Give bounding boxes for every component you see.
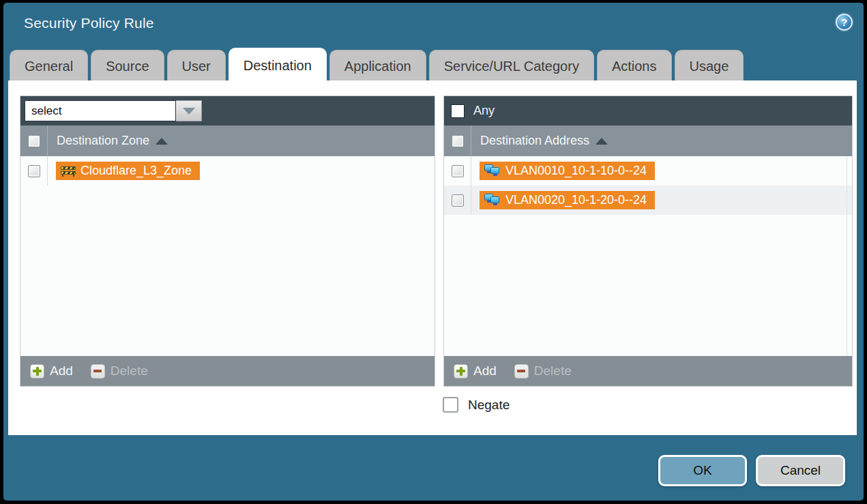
ok-button[interactable]: OK xyxy=(658,455,747,486)
row-checkbox[interactable] xyxy=(28,165,40,177)
tab-actions[interactable]: Actions xyxy=(597,50,672,83)
negate-label: Negate xyxy=(468,398,510,413)
help-icon[interactable]: ? xyxy=(836,14,853,31)
sort-ascending-icon[interactable] xyxy=(596,138,608,145)
tab-service-url-category[interactable]: Service/URL Category xyxy=(429,50,594,83)
add-address-button[interactable]: Add xyxy=(454,364,497,379)
zone-select-all-checkbox[interactable] xyxy=(28,135,40,147)
plus-icon xyxy=(454,364,468,379)
tab-usage[interactable]: Usage xyxy=(675,50,744,83)
chevron-down-icon xyxy=(183,108,195,115)
scrollbar-track[interactable] xyxy=(847,156,847,356)
add-zone-button[interactable]: Add xyxy=(30,364,73,379)
delete-address-label: Delete xyxy=(534,364,572,379)
add-zone-label: Add xyxy=(50,364,73,379)
table-row: Cloudflare_L3_Zone xyxy=(20,156,435,186)
dialog-title: Security Policy Rule xyxy=(24,15,154,31)
any-checkbox[interactable] xyxy=(451,104,465,118)
table-row: VLAN0020_10-1-20-0--24 xyxy=(444,186,852,215)
row-checkbox[interactable] xyxy=(452,194,464,207)
address-entry-label: VLAN0020_10-1-20-0--24 xyxy=(505,193,647,207)
address-panel-footer: Add Delete xyxy=(444,356,852,386)
zone-panel-footer: Add Delete xyxy=(20,356,435,386)
zone-entry-cloudflare-l3-zone[interactable]: Cloudflare_L3_Zone xyxy=(56,162,200,180)
zone-icon xyxy=(61,166,76,177)
table-row: VLAN0010_10-1-10-0--24 xyxy=(444,156,852,186)
row-checkbox-cell xyxy=(444,156,471,186)
zone-column-title[interactable]: Destination Zone xyxy=(57,134,149,148)
add-address-label: Add xyxy=(473,364,497,379)
zone-panel-toolbar: select xyxy=(20,96,435,125)
delete-zone-button[interactable]: Delete xyxy=(91,364,148,379)
zone-entry-label: Cloudflare_L3_Zone xyxy=(80,164,192,178)
row-checkbox[interactable] xyxy=(452,165,464,177)
zone-select-input[interactable]: select xyxy=(25,100,176,121)
cancel-button[interactable]: Cancel xyxy=(756,455,845,486)
destination-address-panel: Any Destination Address xyxy=(443,95,853,387)
address-rows: VLAN0010_10-1-10-0--24 VLAN0020_10-1-20-… xyxy=(444,156,852,356)
zone-select-all-cell xyxy=(20,125,48,156)
delete-address-button[interactable]: Delete xyxy=(514,364,572,379)
address-entry-vlan0020[interactable]: VLAN0020_10-1-20-0--24 xyxy=(480,191,655,209)
address-select-all-checkbox[interactable] xyxy=(452,135,464,147)
tab-destination[interactable]: Destination xyxy=(229,48,327,83)
address-column-header: Destination Address xyxy=(444,125,852,156)
address-select-all-cell xyxy=(444,125,471,156)
tab-source[interactable]: Source xyxy=(91,50,164,83)
minus-icon xyxy=(91,364,105,379)
address-panel-toolbar: Any xyxy=(444,96,852,125)
negate-checkbox[interactable] xyxy=(443,397,458,413)
negate-control: Negate xyxy=(443,397,510,413)
any-label: Any xyxy=(473,104,495,118)
destination-tab-content: select Destination Zone xyxy=(8,80,857,435)
destination-zone-panel: select Destination Zone xyxy=(20,95,435,387)
security-policy-rule-dialog: Security Policy Rule ? General Source Us… xyxy=(3,3,864,501)
address-entry-label: VLAN0010_10-1-10-0--24 xyxy=(505,164,647,178)
sort-ascending-icon[interactable] xyxy=(156,138,168,145)
tab-general[interactable]: General xyxy=(10,50,88,83)
row-checkbox-cell xyxy=(20,156,48,186)
tab-bar: General Source User Destination Applicat… xyxy=(10,48,744,83)
plus-icon xyxy=(30,364,44,379)
row-checkbox-cell xyxy=(444,186,471,215)
network-icon xyxy=(484,164,501,177)
zone-select-combobox: select xyxy=(25,100,202,121)
tab-user[interactable]: User xyxy=(167,50,226,83)
network-icon xyxy=(484,194,501,207)
zone-column-header: Destination Zone xyxy=(20,125,435,156)
minus-icon xyxy=(514,364,529,379)
delete-zone-label: Delete xyxy=(111,364,148,379)
zone-select-dropdown-button[interactable] xyxy=(176,100,202,121)
zone-rows: Cloudflare_L3_Zone xyxy=(20,156,435,356)
address-column-title[interactable]: Destination Address xyxy=(480,134,589,148)
address-entry-vlan0010[interactable]: VLAN0010_10-1-10-0--24 xyxy=(480,162,655,180)
tab-application[interactable]: Application xyxy=(329,50,426,83)
